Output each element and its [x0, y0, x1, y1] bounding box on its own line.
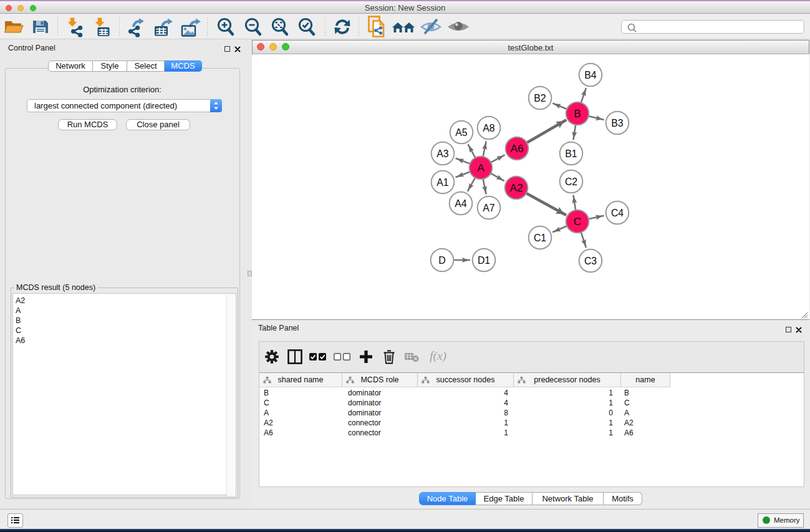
svg-text:C1: C1 — [534, 233, 546, 243]
svg-text:C: C — [574, 215, 581, 228]
svg-text:B: B — [574, 107, 581, 120]
svg-text:A8: A8 — [483, 123, 495, 133]
svg-text:D: D — [438, 255, 445, 266]
svg-text:A7: A7 — [483, 203, 494, 213]
svg-text:A5: A5 — [455, 127, 468, 138]
svg-text:C4: C4 — [611, 208, 624, 218]
svg-text:B4: B4 — [584, 70, 597, 80]
svg-text:B2: B2 — [534, 93, 546, 104]
svg-text:A1: A1 — [436, 177, 449, 188]
svg-text:A4: A4 — [455, 198, 467, 209]
svg-text:A3: A3 — [436, 148, 449, 159]
svg-text:B3: B3 — [611, 118, 624, 128]
svg-text:C3: C3 — [584, 256, 597, 266]
svg-text:C2: C2 — [565, 177, 577, 187]
svg-text:A: A — [477, 162, 485, 174]
svg-text:D1: D1 — [478, 255, 490, 266]
svg-text:A6: A6 — [510, 142, 523, 155]
svg-text:A2: A2 — [509, 181, 523, 194]
svg-text:B1: B1 — [565, 148, 577, 159]
